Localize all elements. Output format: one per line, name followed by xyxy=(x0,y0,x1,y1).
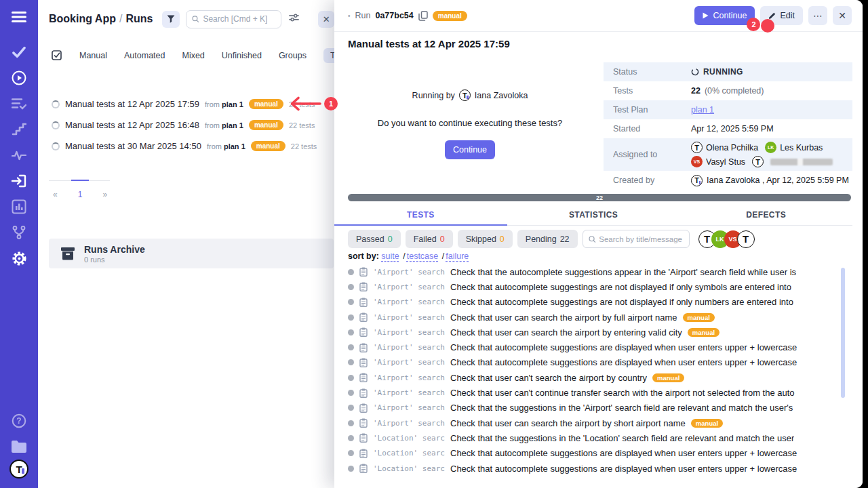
detail-row-plan: Test Plan plan 1 xyxy=(604,100,852,119)
test-row[interactable]: 'Location' searc… Check that autocomplet… xyxy=(348,461,839,476)
runner-avatar: T xyxy=(459,89,471,101)
list-check-icon[interactable] xyxy=(0,91,38,117)
assignee-avatar: T xyxy=(691,142,703,153)
pulse-icon[interactable] xyxy=(0,142,38,168)
test-status-icon xyxy=(348,390,354,396)
runs-tab[interactable]: Mixed xyxy=(182,51,204,60)
test-title: Check that user can search the airport b… xyxy=(450,327,682,338)
close-panel-button[interactable]: ✕ xyxy=(318,11,334,28)
test-row[interactable]: 'Location' searc… Check that the suggest… xyxy=(348,430,839,445)
run-detail-tab[interactable]: STATISTICS xyxy=(507,205,680,225)
sort-link[interactable]: testcase xyxy=(401,251,438,261)
test-row[interactable]: 'Airport' search… Check that user can't … xyxy=(348,370,839,385)
result-filter-chip[interactable]: Failed 0 xyxy=(406,230,453,248)
sort-link[interactable]: failure xyxy=(441,251,469,261)
runs-header: Booking App/Runs ✕ xyxy=(38,0,334,38)
close-run-button[interactable]: ✕ xyxy=(833,6,852,25)
sign-in-icon[interactable] xyxy=(0,168,38,194)
clipboard-icon xyxy=(359,298,368,307)
test-row[interactable]: 'Airport' search… Check that user can't … xyxy=(348,385,839,400)
test-plan-link[interactable]: plan 1 xyxy=(691,105,714,115)
clipboard-icon xyxy=(359,267,368,277)
test-suite-label: 'Airport' search… xyxy=(373,403,445,412)
test-title: Check that user can search the airport b… xyxy=(450,418,686,428)
run-list-item[interactable]: Manual tests at 12 Apr 2025 16:48 from p… xyxy=(38,115,334,136)
manual-badge: manual xyxy=(691,419,723,428)
test-row[interactable]: 'Airport' search… Check that the suggest… xyxy=(348,401,839,415)
sort-link[interactable]: suite xyxy=(381,251,399,261)
more-button[interactable]: ⋯ xyxy=(808,6,827,25)
prev-page-button[interactable]: « xyxy=(49,188,62,201)
runs-search[interactable] xyxy=(186,10,281,28)
test-status-icon xyxy=(348,329,354,336)
runs-search-input[interactable] xyxy=(203,14,275,24)
assignee-avatar-stack[interactable]: T LK VS T xyxy=(698,230,755,248)
status-badge: RUNNING xyxy=(703,67,743,77)
user-avatar[interactable]: T xyxy=(9,460,28,479)
runs-tab[interactable]: Manual xyxy=(79,51,107,60)
result-filter-chip[interactable]: Pending 22 xyxy=(517,230,578,248)
test-row[interactable]: 'Airport' search… Check that user can se… xyxy=(348,310,839,325)
steps-icon[interactable] xyxy=(0,117,38,142)
test-suite-label: 'Airport' search… xyxy=(373,313,445,322)
play-circle-icon[interactable] xyxy=(0,65,38,91)
copy-icon[interactable] xyxy=(418,11,428,21)
assignee-name: Vasyl Stus xyxy=(706,157,745,167)
branch-icon[interactable] xyxy=(0,220,38,245)
test-suite-label: 'Location' searc… xyxy=(373,434,445,443)
gear-icon[interactable] xyxy=(0,245,38,271)
check-icon[interactable] xyxy=(0,39,38,65)
current-page[interactable]: 1 xyxy=(74,188,87,201)
test-row[interactable]: 'Location' searc… Check that autocomplet… xyxy=(348,446,839,461)
runs-tab[interactable]: Automated xyxy=(124,51,165,60)
archive-count: 0 runs xyxy=(84,256,145,264)
sidebar: ? T xyxy=(0,0,38,488)
test-row[interactable]: 'Airport' search… Check that autocomplet… xyxy=(348,340,839,354)
runs-archive[interactable]: Runs Archive 0 runs xyxy=(49,239,334,268)
continue-cta-button[interactable]: Continue xyxy=(445,140,495,159)
manual-badge: manual xyxy=(251,141,285,151)
bar-chart-icon[interactable] xyxy=(0,194,38,220)
view-settings-icon[interactable] xyxy=(289,13,299,25)
test-row[interactable]: 'Airport' search… Check that autocomplet… xyxy=(348,355,839,370)
annotation-badge-2-marker xyxy=(761,19,774,33)
run-details-table: Status RUNNING Tests 22(0% completed) Te… xyxy=(604,62,852,190)
test-row[interactable]: 'Airport' search… Check that autocomplet… xyxy=(348,279,839,294)
test-title: Check that the suggestions in the 'Locat… xyxy=(450,433,794,443)
runs-tab[interactable]: Groups xyxy=(279,51,307,60)
test-row[interactable]: 'Airport' search… Check that user can se… xyxy=(348,325,839,340)
run-detail-tab[interactable]: DEFECTS xyxy=(679,205,852,225)
result-filter-chip[interactable]: Passed 0 xyxy=(348,230,401,248)
annotation-arrow-1: 1 xyxy=(283,95,338,113)
stack-avatar[interactable]: T xyxy=(737,230,755,248)
tests-search-input[interactable] xyxy=(599,235,683,243)
run-list-item[interactable]: Manual tests at 30 Mar 2025 14:50 from p… xyxy=(38,136,334,157)
result-filter-chip[interactable]: Skipped 0 xyxy=(458,230,513,248)
funnel-icon xyxy=(166,14,176,24)
test-list-scrollbar[interactable] xyxy=(841,268,845,398)
folder-icon[interactable] xyxy=(0,434,38,460)
filter-count: 0 xyxy=(500,235,505,244)
continue-button[interactable]: Continue 2 xyxy=(694,6,755,25)
test-suite-label: 'Airport' search… xyxy=(373,419,445,428)
runs-tab[interactable]: Unfinished xyxy=(222,51,262,60)
detail-row-status: Status RUNNING xyxy=(604,62,852,81)
breadcrumb-project[interactable]: Booking App xyxy=(49,13,116,24)
filter-button[interactable] xyxy=(162,11,180,28)
test-title: Check that autocomplete suggestions are … xyxy=(450,448,797,458)
next-page-button[interactable]: » xyxy=(98,188,111,201)
assignee-name: Olena Pchilka xyxy=(706,143,758,152)
more-icon: ⋯ xyxy=(813,10,823,21)
test-row[interactable]: 'Airport' search… Check that autocomplet… xyxy=(348,295,839,310)
select-all-icon[interactable] xyxy=(52,50,62,61)
test-row[interactable]: 'Airport' search… Check that the autocom… xyxy=(348,264,839,279)
tests-count: 22 tests xyxy=(289,121,315,129)
test-row[interactable]: 'Airport' search… Check that user can se… xyxy=(348,415,839,430)
run-id-group: • Run 0a77bc54 manual xyxy=(348,11,467,21)
help-icon[interactable]: ? xyxy=(0,408,38,434)
test-status-icon xyxy=(348,314,354,321)
menu-icon[interactable] xyxy=(0,0,38,34)
tests-search[interactable] xyxy=(583,230,690,248)
run-detail-tab[interactable]: TESTS xyxy=(334,205,507,225)
clipboard-icon xyxy=(359,418,368,428)
